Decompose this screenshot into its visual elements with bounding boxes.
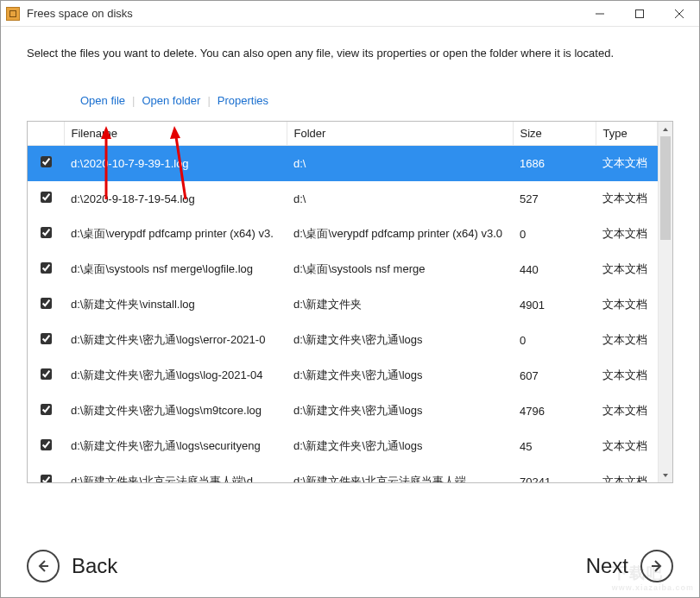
open-file-link[interactable]: Open file — [80, 94, 125, 107]
cell-type: 文本文档 — [596, 217, 658, 252]
cell-size: 1686 — [513, 146, 596, 181]
row-checkbox[interactable] — [41, 368, 52, 380]
maximize-button[interactable] — [620, 1, 659, 27]
scroll-down-arrow[interactable] — [659, 468, 672, 482]
vertical-scrollbar[interactable] — [658, 122, 672, 482]
cell-size: 0 — [513, 217, 596, 252]
file-table-container: Filename Folder Size Type d:\2020-10-7-9… — [27, 121, 673, 483]
instruction-text: Select the files you want to delete. You… — [27, 46, 648, 61]
cell-size: 440 — [513, 252, 596, 287]
app-window: Frees space on disks Select the files yo… — [0, 0, 700, 598]
col-header-folder[interactable]: Folder — [287, 122, 513, 146]
cell-folder: d:\桌面\systools nsf merge — [287, 252, 513, 287]
row-checkbox[interactable] — [41, 404, 52, 415]
cell-size: 607 — [513, 358, 596, 393]
table-row[interactable]: d:\新建文件夹\密九通\logs\log-2021-04d:\新建文件夹\密九… — [28, 358, 658, 393]
cell-filename: d:\新建文件夹\密九通\logs\m9tcore.log — [64, 393, 287, 429]
separator: | — [207, 94, 210, 107]
next-label: Next — [586, 554, 628, 578]
cell-type: 文本文档 — [596, 464, 658, 483]
table-row[interactable]: d:\桌面\verypdf pdfcamp printer (x64) v3.d… — [28, 217, 658, 252]
cell-size: 527 — [513, 181, 596, 217]
file-actions-bar: Open file | Open folder | Properties — [27, 94, 673, 107]
row-checkbox[interactable] — [41, 262, 52, 274]
svg-marker-4 — [663, 128, 668, 131]
cell-folder: d:\新建文件夹\密九通\logs — [287, 429, 513, 464]
cell-folder: d:\新建文件夹 — [287, 287, 513, 323]
cell-filename: d:\2020-10-7-9-39-1.log — [64, 146, 287, 181]
row-checkbox[interactable] — [41, 475, 52, 482]
table-row[interactable]: d:\2020-9-18-7-19-54.logd:\527文本文档 — [28, 181, 658, 217]
table-row[interactable]: d:\新建文件夹\密九通\logs\error-2021-0d:\新建文件夹\密… — [28, 323, 658, 358]
table-row[interactable]: d:\桌面\systools nsf merge\logfile.logd:\桌… — [28, 252, 658, 287]
row-checkbox[interactable] — [41, 333, 52, 344]
cell-size: 70241 — [513, 464, 596, 483]
content-area: Select the files you want to delete. You… — [1, 27, 699, 535]
file-table: Filename Folder Size Type d:\2020-10-7-9… — [28, 122, 658, 482]
cell-filename: d:\新建文件夹\北京云法庭当事人端\d — [64, 464, 287, 483]
cell-filename: d:\桌面\systools nsf merge\logfile.log — [64, 252, 287, 287]
cell-folder: d:\ — [287, 146, 513, 181]
minimize-button[interactable] — [580, 1, 620, 27]
table-row[interactable]: d:\新建文件夹\密九通\logs\securityengd:\新建文件夹\密九… — [28, 429, 658, 464]
open-folder-link[interactable]: Open folder — [142, 94, 200, 107]
cell-filename: d:\桌面\verypdf pdfcamp printer (x64) v3. — [64, 217, 287, 252]
cell-type: 文本文档 — [596, 181, 658, 217]
col-header-type[interactable]: Type — [596, 122, 658, 146]
cell-type: 文本文档 — [596, 393, 658, 429]
row-checkbox[interactable] — [41, 439, 52, 450]
cell-size: 4901 — [513, 287, 596, 323]
scroll-up-arrow[interactable] — [659, 122, 672, 136]
next-arrow-icon — [640, 550, 673, 582]
cell-size: 0 — [513, 323, 596, 358]
titlebar: Frees space on disks — [1, 1, 699, 27]
cell-filename: d:\新建文件夹\vinstall.log — [64, 287, 287, 323]
separator: | — [132, 94, 135, 107]
cell-filename: d:\新建文件夹\密九通\logs\securityeng — [64, 429, 287, 464]
row-checkbox[interactable] — [41, 156, 52, 167]
cell-filename: d:\2020-9-18-7-19-54.log — [64, 181, 287, 217]
cell-folder: d:\新建文件夹\北京云法庭当事人端 — [287, 464, 513, 483]
app-icon — [6, 7, 20, 21]
table-row[interactable]: d:\新建文件夹\密九通\logs\m9tcore.logd:\新建文件夹\密九… — [28, 393, 658, 429]
cell-folder: d:\桌面\verypdf pdfcamp printer (x64) v3.0 — [287, 217, 513, 252]
cell-type: 文本文档 — [596, 429, 658, 464]
window-title: Frees space on disks — [27, 7, 580, 20]
cell-folder: d:\新建文件夹\密九通\logs — [287, 323, 513, 358]
cell-size: 4796 — [513, 393, 596, 429]
cell-folder: d:\新建文件夹\密九通\logs — [287, 358, 513, 393]
cell-filename: d:\新建文件夹\密九通\logs\error-2021-0 — [64, 323, 287, 358]
row-checkbox[interactable] — [41, 227, 52, 238]
cell-type: 文本文档 — [596, 323, 658, 358]
back-arrow-icon — [27, 550, 60, 582]
svg-marker-5 — [663, 474, 668, 477]
cell-size: 45 — [513, 429, 596, 464]
row-checkbox[interactable] — [41, 298, 52, 309]
scrollbar-thumb[interactable] — [660, 136, 671, 240]
col-header-size[interactable]: Size — [513, 122, 596, 146]
cell-type: 文本文档 — [596, 146, 658, 181]
cell-type: 文本文档 — [596, 287, 658, 323]
properties-link[interactable]: Properties — [218, 94, 268, 107]
wizard-footer: Back Next — [1, 535, 699, 597]
row-checkbox[interactable] — [41, 192, 52, 203]
cell-filename: d:\新建文件夹\密九通\logs\log-2021-04 — [64, 358, 287, 393]
col-header-filename[interactable]: Filename — [64, 122, 287, 146]
svg-rect-1 — [636, 9, 644, 17]
table-row[interactable]: d:\2020-10-7-9-39-1.logd:\1686文本文档 — [28, 146, 658, 181]
cell-folder: d:\新建文件夹\密九通\logs — [287, 393, 513, 429]
cell-folder: d:\ — [287, 181, 513, 217]
cell-type: 文本文档 — [596, 358, 658, 393]
back-button[interactable]: Back — [27, 550, 117, 582]
scrollbar-track[interactable] — [659, 136, 672, 468]
next-button[interactable]: Next — [586, 550, 673, 582]
table-row[interactable]: d:\新建文件夹\vinstall.logd:\新建文件夹4901文本文档 — [28, 287, 658, 323]
table-row[interactable]: d:\新建文件夹\北京云法庭当事人端\dd:\新建文件夹\北京云法庭当事人端70… — [28, 464, 658, 483]
back-label: Back — [72, 554, 117, 578]
col-header-checkbox[interactable] — [28, 122, 64, 146]
cell-type: 文本文档 — [596, 252, 658, 287]
close-button[interactable] — [659, 1, 699, 27]
